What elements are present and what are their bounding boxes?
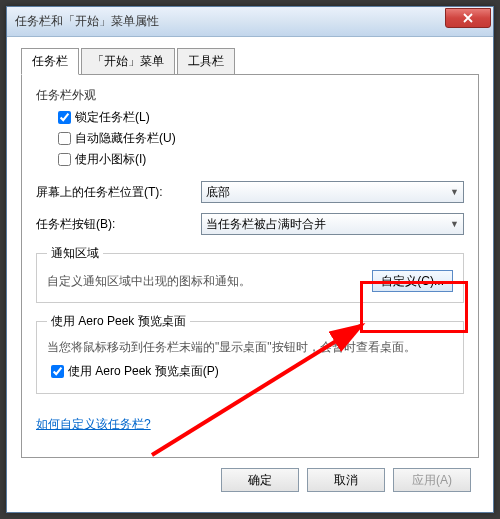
notify-desc: 自定义通知区域中出现的图标和通知。 [47,272,251,290]
close-button[interactable] [445,8,491,28]
dialog-button-bar: 确定 取消 应用(A) [21,458,479,502]
lock-taskbar-label: 锁定任务栏(L) [75,109,150,126]
autohide-checkbox[interactable] [58,132,71,145]
cancel-button[interactable]: 取消 [307,468,385,492]
position-row: 屏幕上的任务栏位置(T): 底部 ▼ [36,181,464,203]
tabstrip: 任务栏 「开始」菜单 工具栏 [21,47,479,74]
chevron-down-icon: ▼ [450,187,459,197]
dialog-window: 任务栏和「开始」菜单属性 任务栏 「开始」菜单 工具栏 任务栏外观 锁定任务栏(… [6,6,494,513]
buttons-label: 任务栏按钮(B): [36,216,201,233]
aero-checkbox[interactable] [51,365,64,378]
tab-toolbars[interactable]: 工具栏 [177,48,235,75]
buttons-row: 任务栏按钮(B): 当任务栏被占满时合并 ▼ [36,213,464,235]
smallicons-label: 使用小图标(I) [75,151,146,168]
lock-taskbar-row[interactable]: 锁定任务栏(L) [54,108,464,127]
notify-group: 通知区域 自定义通知区域中出现的图标和通知。 自定义(C)... [36,245,464,303]
titlebar: 任务栏和「开始」菜单属性 [7,7,493,37]
appearance-heading: 任务栏外观 [36,87,464,104]
buttons-value: 当任务栏被占满时合并 [206,216,326,233]
notify-legend: 通知区域 [47,245,103,262]
window-title: 任务栏和「开始」菜单属性 [15,13,159,30]
aero-check-label: 使用 Aero Peek 预览桌面(P) [68,363,219,380]
position-value: 底部 [206,184,230,201]
ok-button[interactable]: 确定 [221,468,299,492]
tabpanel-taskbar: 任务栏外观 锁定任务栏(L) 自动隐藏任务栏(U) 使用小图标(I) 屏幕上的任… [21,74,479,458]
aero-check-row[interactable]: 使用 Aero Peek 预览桌面(P) [47,362,453,381]
position-label: 屏幕上的任务栏位置(T): [36,184,201,201]
dialog-content: 任务栏 「开始」菜单 工具栏 任务栏外观 锁定任务栏(L) 自动隐藏任务栏(U)… [7,37,493,512]
close-icon [463,13,473,23]
aero-desc: 当您将鼠标移动到任务栏末端的"显示桌面"按钮时，会暂时查看桌面。 [47,338,453,356]
apply-button[interactable]: 应用(A) [393,468,471,492]
aero-legend: 使用 Aero Peek 预览桌面 [47,313,190,330]
aero-group: 使用 Aero Peek 预览桌面 当您将鼠标移动到任务栏末端的"显示桌面"按钮… [36,313,464,394]
tab-taskbar[interactable]: 任务栏 [21,48,79,75]
tab-startmenu[interactable]: 「开始」菜单 [81,48,175,75]
lock-taskbar-checkbox[interactable] [58,111,71,124]
position-combo[interactable]: 底部 ▼ [201,181,464,203]
buttons-combo[interactable]: 当任务栏被占满时合并 ▼ [201,213,464,235]
smallicons-checkbox[interactable] [58,153,71,166]
autohide-row[interactable]: 自动隐藏任务栏(U) [54,129,464,148]
chevron-down-icon: ▼ [450,219,459,229]
help-link[interactable]: 如何自定义该任务栏? [36,416,151,433]
autohide-label: 自动隐藏任务栏(U) [75,130,176,147]
customize-button[interactable]: 自定义(C)... [372,270,453,292]
smallicons-row[interactable]: 使用小图标(I) [54,150,464,169]
